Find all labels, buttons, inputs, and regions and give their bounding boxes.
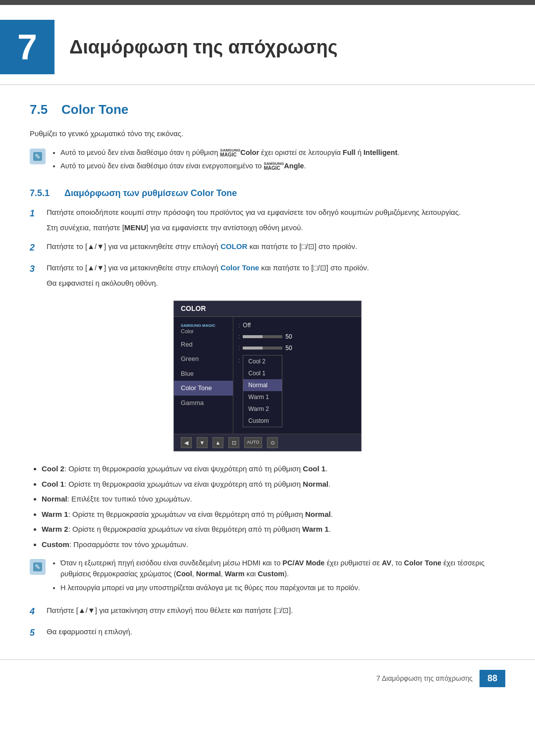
- icon-up: ▲: [213, 437, 223, 448]
- note-item-1: Αυτό το μενού δεν είναι διαθέσιμο όταν η…: [60, 148, 505, 158]
- subsection-heading: 7.5.1 Διαμόρφωση των ρυθμίσεων Color Ton…: [30, 187, 505, 200]
- menu-row-red: : 50: [238, 332, 356, 341]
- bullet-warm1: Warm 1: Ορίστε τη θερμοκρασία χρωμάτων ν…: [42, 509, 505, 520]
- ref-warm1: Warm 1: [302, 525, 329, 533]
- extra-note-icon: ✎: [30, 559, 46, 575]
- menu-row-colon-red: :: [238, 332, 240, 341]
- step-text-1: Πατήστε οποιοδήποτε κουμπί στην πρόσοψη …: [47, 208, 461, 216]
- menu-row-label-magic: :: [238, 321, 240, 330]
- menu-icon-row: ◀ ▼ ▲ ⊡ AUTO ⊙: [181, 437, 278, 448]
- ref-normal-1: Normal: [303, 480, 328, 488]
- ref-cool: Cool: [176, 570, 192, 578]
- icon-power: ⊙: [267, 437, 278, 448]
- extra-note-2: Η λειτουργία μπορεί να μην υποστηρίζεται…: [60, 583, 505, 594]
- extra-note-1: Όταν η εξωτερική πηγή εισόδου είναι συνδ…: [60, 558, 505, 580]
- ref-pc-av-mode: PC/AV Mode: [282, 559, 324, 567]
- section-heading: 7.5 Color Tone: [30, 100, 505, 119]
- section-number: 7.5: [30, 100, 54, 119]
- note-item-2: Αυτό το μενού δεν είναι διαθέσιμο όταν ε…: [60, 161, 505, 172]
- step-content-1: Πατήστε οποιοδήποτε κουμπί στην πρόσοψη …: [47, 207, 505, 233]
- menu-row-dropdown: : Cool 2 Cool 1 Normal Warm 1 Warm 2 Cus…: [238, 355, 356, 427]
- step-number-2: 2: [30, 241, 42, 254]
- label-cool2: Cool 2: [42, 464, 64, 473]
- icon-auto: AUTO: [244, 437, 262, 448]
- menu-body: SAMSUNG MAGIC Color Red Green Blue Color…: [174, 317, 361, 434]
- section-title: Color Tone: [61, 100, 128, 119]
- subsection-number: 7.5.1: [30, 187, 59, 200]
- color-tone-options: Cool 2: Ορίστε τη θερμοκρασία χρωμάτων ν…: [30, 463, 505, 550]
- menu-item-gamma: Gamma: [174, 396, 233, 410]
- ref-av: AV: [382, 559, 391, 567]
- menu-row-colon-green: :: [238, 344, 240, 353]
- opt-normal: Normal: [243, 379, 282, 391]
- step-2: 2 Πατήστε το [▲/▼] για να μετακινηθείτε …: [30, 241, 505, 254]
- note-box: ✎ Αυτό το μενού δεν είναι διαθέσιμο όταν…: [30, 148, 505, 175]
- note-content: Αυτό το μενού δεν είναι διαθέσιμο όταν η…: [52, 148, 505, 175]
- extra-note-box: ✎ Όταν η εξωτερική πηγή εισόδου είναι συ…: [30, 558, 505, 596]
- step-content-4: Πατήστε [▲/▼] για μετακίνηση στην επιλογ…: [47, 605, 505, 616]
- bullet-custom: Custom: Προσαρμόστε τον τόνο χρωμάτων.: [42, 539, 505, 551]
- svg-text:✎: ✎: [35, 152, 41, 160]
- steps-list: 1 Πατήστε οποιοδήποτε κουμπί στην πρόσοψ…: [30, 207, 505, 289]
- opt-cool2: Cool 2: [243, 355, 282, 367]
- note-icon-img: ✎: [30, 149, 46, 164]
- footer-text: 7 Διαμόρφωση της απόχρωσης: [376, 673, 473, 684]
- menu-item-green: Green: [174, 352, 233, 366]
- icon-enter: ⊡: [228, 437, 239, 448]
- menu-row-magic: : Off: [238, 321, 356, 330]
- note-bullets: Αυτό το μενού δεν είναι διαθέσιμο όταν η…: [52, 148, 505, 172]
- svg-text:✎: ✎: [35, 563, 41, 571]
- label-normal: Normal: [42, 495, 67, 503]
- pencil-icon: ✎: [32, 151, 43, 162]
- menu-row-colon-tone: :: [238, 356, 240, 365]
- final-steps-list: 4 Πατήστε [▲/▼] για μετακίνηση στην επιλ…: [30, 605, 505, 640]
- menu-item-color-tone: Color Tone: [174, 381, 233, 396]
- step-content-3: Πατήστε το [▲/▼] για να μετακινηθείτε στ…: [47, 262, 505, 289]
- brand-magic-angle: SAMSUNG MAGIC: [264, 162, 284, 171]
- slider-green: [243, 347, 282, 350]
- ref-normal-2: Normal: [305, 510, 331, 518]
- bullet-cool1: Cool 1: Ορίστε τη θερμοκρασία χρωμάτων ν…: [42, 479, 505, 490]
- step-number-3: 3: [30, 262, 42, 276]
- ref-normal-3: Normal: [196, 570, 221, 578]
- menu-row-val-magic: Off: [243, 321, 251, 330]
- menu-title: COLOR: [174, 301, 361, 317]
- step-sub-1: Στη συνέχεια, πατήστε [MENU] για να εμφα…: [47, 222, 505, 234]
- page-footer: 7 Διαμόρφωση της απόχρωσης 88: [0, 659, 535, 697]
- extra-note-icon-img: ✎: [30, 559, 46, 575]
- bullet-warm2: Warm 2: Ορίστε η θερμοκρασία χρωμάτων να…: [42, 524, 505, 535]
- menu-item-blue: Blue: [174, 366, 233, 381]
- label-warm1: Warm 1: [42, 510, 68, 518]
- menu-item-red: Red: [174, 337, 233, 352]
- label-cool1: Cool 1: [42, 480, 64, 488]
- menu-item-magic-color: SAMSUNG MAGIC Color: [174, 321, 233, 337]
- menu-box: COLOR SAMSUNG MAGIC Color Red Green Blue…: [173, 301, 362, 452]
- step-content-5: Θα εφαρμοστεί η επιλογή.: [47, 626, 505, 638]
- step-number-1: 1: [30, 207, 42, 220]
- menu-screenshot: COLOR SAMSUNG MAGIC Color Red Green Blue…: [30, 301, 505, 452]
- color-tone-dropdown: Cool 2 Cool 1 Normal Warm 1 Warm 2 Custo…: [243, 355, 282, 427]
- menu-row-green: : 50: [238, 344, 356, 353]
- bullet-normal: Normal: Επιλέξτε τον τυπικό τόνο χρωμάτω…: [42, 494, 505, 505]
- step-3: 3 Πατήστε το [▲/▼] για να μετακινηθείτε …: [30, 262, 505, 289]
- menu-left: SAMSUNG MAGIC Color Red Green Blue Color…: [174, 317, 233, 434]
- step-content-2: Πατήστε το [▲/▼] για να μετακινηθείτε στ…: [47, 241, 505, 252]
- chapter-number: 7: [0, 20, 54, 74]
- main-content: 7.5 Color Tone Ρυθμίζει το γενικό χρωματ…: [0, 100, 535, 640]
- header-stripe: [0, 0, 535, 5]
- label-warm2: Warm 2: [42, 525, 68, 533]
- opt-custom: Custom: [243, 415, 282, 427]
- brand-magic-color: SAMSUNG MAGIC: [220, 149, 240, 157]
- bullet-cool2: Cool 2: Ορίστε τη θερμοκρασία χρωμάτων ν…: [42, 463, 505, 475]
- menu-right: : Off : 50 : 5: [233, 317, 361, 434]
- menu-bottom-bar: ◀ ▼ ▲ ⊡ AUTO ⊙: [174, 434, 361, 451]
- section-intro: Ρυθμίζει το γενικό χρωματικό τόνο της ει…: [30, 128, 505, 140]
- subsection-title: Διαμόρφωση των ρυθμίσεων Color Tone: [64, 187, 237, 200]
- icon-back: ◀: [181, 437, 192, 448]
- step-number-5: 5: [30, 626, 42, 640]
- icon-down: ▼: [197, 437, 208, 448]
- extra-note-bullets: Όταν η εξωτερική πηγή εισόδου είναι συνδ…: [52, 558, 505, 593]
- footer-page: 88: [480, 670, 505, 687]
- ref-custom-2: Custom: [258, 570, 284, 578]
- step-sub-3: Θα εμφανιστεί η ακόλουθη οθόνη.: [47, 278, 505, 289]
